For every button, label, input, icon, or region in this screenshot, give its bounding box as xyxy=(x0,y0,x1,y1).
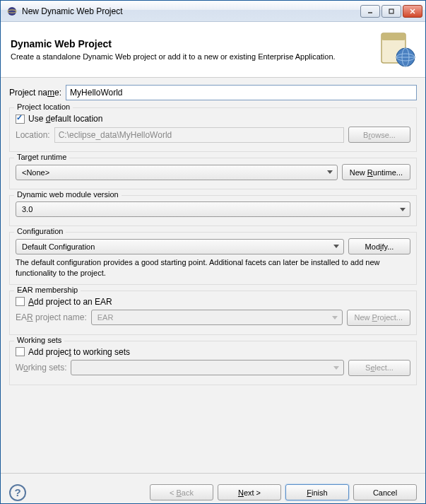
window-title: New Dynamic Web Project xyxy=(22,6,360,16)
working-sets-select xyxy=(71,360,344,375)
new-ear-project-button: New Project... xyxy=(347,310,410,326)
target-runtime-group: Target runtime <None> New Runtime... xyxy=(9,158,417,189)
modify-button[interactable]: Modify... xyxy=(348,238,410,254)
target-runtime-value: <None> xyxy=(22,168,49,177)
configuration-select[interactable]: Default Configuration xyxy=(16,239,344,254)
add-to-working-sets-checkbox[interactable] xyxy=(16,347,25,356)
wizard-button-bar: ? < Back Next > Finish Cancel xyxy=(1,473,425,504)
chevron-down-icon xyxy=(332,316,338,320)
minimize-button[interactable] xyxy=(360,5,380,18)
window-titlebar: New Dynamic Web Project xyxy=(1,1,425,22)
chevron-down-icon xyxy=(333,245,339,248)
eclipse-icon xyxy=(6,6,18,17)
svg-rect-7 xyxy=(381,33,406,40)
new-runtime-button[interactable]: New Runtime... xyxy=(342,164,410,180)
ear-project-value: EAR xyxy=(97,313,114,322)
project-location-group: Project location Use default location Lo… xyxy=(9,107,417,152)
use-default-location-label: Use default location xyxy=(28,114,102,124)
wizard-banner: Dynamic Web Project Create a standalone … xyxy=(1,22,425,78)
page-title: Dynamic Web Project xyxy=(11,38,376,49)
cancel-button[interactable]: Cancel xyxy=(353,484,417,500)
web-project-icon xyxy=(376,29,417,70)
module-version-value: 3.0 xyxy=(22,205,32,213)
working-sets-label: Working sets: xyxy=(16,363,66,373)
chevron-down-icon xyxy=(333,366,339,370)
working-sets-group: Working sets Add project to working sets… xyxy=(9,341,417,385)
configuration-value: Default Configuration xyxy=(22,242,95,251)
page-description: Create a standalone Dynamic Web project … xyxy=(11,52,376,61)
chevron-down-icon xyxy=(400,208,406,211)
maximize-button[interactable] xyxy=(381,5,401,18)
module-version-title: Dynamic web module version xyxy=(14,190,122,199)
add-to-working-sets-label: Add project to working sets xyxy=(28,347,130,357)
project-name-label: Project name: xyxy=(9,88,61,98)
add-to-ear-label: Add project to an EAR xyxy=(28,297,112,307)
close-button[interactable] xyxy=(403,5,422,18)
browse-button: Browse... xyxy=(348,127,410,143)
target-runtime-title: Target runtime xyxy=(14,153,69,161)
ear-project-label: EAR project name: xyxy=(16,312,87,322)
use-default-location-checkbox[interactable] xyxy=(16,115,25,124)
module-version-group: Dynamic web module version 3.0 xyxy=(9,195,417,226)
help-icon[interactable]: ? xyxy=(9,484,26,501)
ear-project-select: EAR xyxy=(91,310,343,325)
svg-point-0 xyxy=(8,7,16,16)
next-button[interactable]: Next > xyxy=(218,484,281,500)
wizard-content: Project name: Project location Use defau… xyxy=(1,78,425,473)
add-to-ear-checkbox[interactable] xyxy=(16,297,25,306)
configuration-description: The default configuration provides a goo… xyxy=(16,257,410,279)
select-working-sets-button: Select... xyxy=(348,360,410,376)
svg-rect-3 xyxy=(389,9,394,13)
location-input xyxy=(54,127,344,143)
ear-membership-title: EAR membership xyxy=(14,286,81,294)
back-button: < Back xyxy=(150,484,213,500)
configuration-title: Configuration xyxy=(14,227,66,235)
module-version-select[interactable]: 3.0 xyxy=(16,201,410,217)
target-runtime-select[interactable]: <None> xyxy=(16,165,338,180)
location-label: Location: xyxy=(16,130,50,140)
project-name-input[interactable] xyxy=(66,85,417,100)
chevron-down-icon xyxy=(327,170,333,174)
ear-membership-group: EAR membership Add project to an EAR EAR… xyxy=(9,291,417,335)
finish-button[interactable]: Finish xyxy=(285,484,349,500)
working-sets-title: Working sets xyxy=(14,336,64,344)
project-location-title: Project location xyxy=(14,102,73,111)
configuration-group: Configuration Default Configuration Modi… xyxy=(9,232,417,285)
